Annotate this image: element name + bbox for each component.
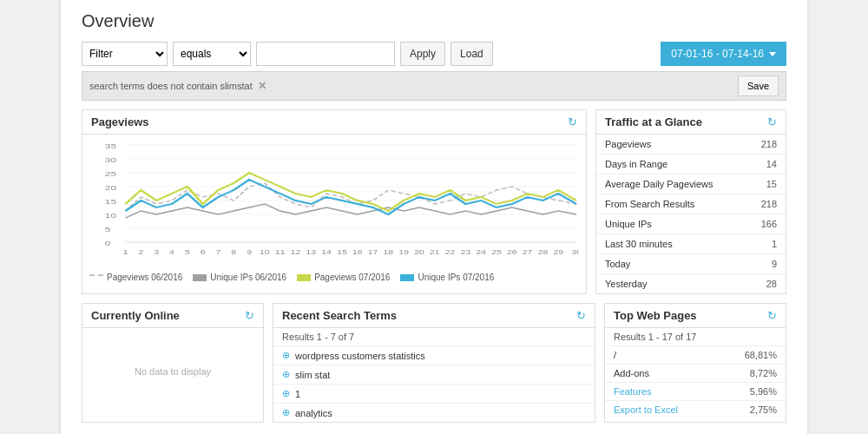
search-term-row: ⊕ slim stat bbox=[273, 365, 595, 385]
svg-text:5: 5 bbox=[185, 249, 190, 256]
legend-pv-07: Pageviews 07/2016 bbox=[297, 273, 390, 282]
svg-text:18: 18 bbox=[384, 249, 394, 256]
search-term-row: ⊕ analytics bbox=[273, 404, 595, 422]
search-refresh-icon[interactable]: ↻ bbox=[576, 309, 586, 322]
pageviews-chart: 35 30 25 20 15 10 5 0 bbox=[89, 141, 579, 263]
table-row: Days in Range 14 bbox=[596, 155, 786, 174]
table-row: Yesterday 28 bbox=[596, 274, 786, 294]
filter-tag-text: search terms does not contain slimstat bbox=[89, 81, 253, 91]
svg-text:4: 4 bbox=[169, 249, 174, 256]
webpage-row: Add-ons 8,72% bbox=[605, 365, 786, 383]
bottom-grid: Currently Online ↻ No data to display Re… bbox=[82, 303, 786, 423]
chart-area: 35 30 25 20 15 10 5 0 bbox=[82, 135, 586, 269]
close-icon[interactable]: ✕ bbox=[258, 80, 266, 92]
svg-text:8: 8 bbox=[231, 249, 236, 256]
apply-button[interactable]: Apply bbox=[400, 42, 445, 66]
traffic-label: From Search Results bbox=[596, 194, 746, 214]
refresh-icon[interactable]: ↻ bbox=[568, 115, 577, 128]
webpage-row: Features 5,96% bbox=[605, 383, 786, 401]
traffic-label: Days in Range bbox=[596, 155, 746, 174]
svg-text:10: 10 bbox=[105, 212, 117, 220]
date-range-button[interactable]: 07-01-16 - 07-14-16 bbox=[661, 42, 786, 66]
traffic-value: 166 bbox=[746, 214, 786, 234]
page-title: Overview bbox=[82, 11, 786, 31]
search-term-text: analytics bbox=[295, 408, 332, 418]
legend-swatch-ip07 bbox=[400, 274, 414, 281]
svg-text:25: 25 bbox=[105, 170, 117, 178]
traffic-value: 28 bbox=[746, 274, 786, 294]
currently-online-section: Currently Online ↻ No data to display bbox=[82, 303, 264, 423]
traffic-title: Traffic at a Glance bbox=[605, 115, 702, 128]
traffic-value: 218 bbox=[746, 135, 786, 155]
svg-text:7: 7 bbox=[216, 249, 221, 256]
legend-swatch-pv06 bbox=[89, 274, 103, 281]
table-row: Unique IPs 166 bbox=[596, 214, 786, 234]
traffic-section: Traffic at a Glance ↻ Pageviews 218 Days… bbox=[595, 109, 786, 294]
pages-results-info: Results 1 - 17 of 17 bbox=[605, 328, 786, 346]
svg-text:9: 9 bbox=[247, 249, 252, 256]
save-button[interactable]: Save bbox=[738, 76, 779, 96]
search-title: Recent Search Terms bbox=[282, 309, 397, 322]
svg-text:15: 15 bbox=[105, 198, 117, 206]
traffic-value: 218 bbox=[746, 194, 786, 214]
webpage-link[interactable]: Export to Excel bbox=[614, 404, 678, 415]
pageviews-header: Pageviews ↻ bbox=[82, 110, 586, 135]
main-grid: Pageviews ↻ 35 30 25 20 15 10 5 0 bbox=[82, 109, 786, 294]
filter-select[interactable]: Filter Search Term Browser OS bbox=[82, 42, 168, 66]
pages-refresh-icon[interactable]: ↻ bbox=[767, 309, 777, 322]
recent-search-section: Recent Search Terms ↻ Results 1 - 7 of 7… bbox=[273, 303, 595, 423]
svg-text:14: 14 bbox=[321, 249, 332, 256]
load-button[interactable]: Load bbox=[450, 42, 493, 66]
search-term-text: 1 bbox=[295, 389, 300, 399]
chart-legend: Pageviews 06/2016 Unique IPs 06/2016 Pag… bbox=[82, 269, 586, 287]
traffic-label: Pageviews bbox=[596, 135, 746, 155]
svg-text:12: 12 bbox=[291, 249, 301, 256]
svg-text:0: 0 bbox=[105, 240, 111, 247]
svg-text:22: 22 bbox=[445, 249, 456, 256]
svg-text:16: 16 bbox=[352, 249, 363, 256]
webpage-link[interactable]: Features bbox=[614, 386, 651, 397]
traffic-label: Unique IPs bbox=[596, 214, 746, 234]
legend-swatch-ip06 bbox=[193, 274, 207, 281]
search-header: Recent Search Terms ↻ bbox=[273, 304, 595, 328]
svg-text:30: 30 bbox=[105, 156, 117, 164]
webpage-row: / 68,81% bbox=[605, 346, 786, 365]
svg-text:17: 17 bbox=[368, 249, 378, 256]
chevron-down-icon bbox=[769, 52, 776, 56]
traffic-refresh-icon[interactable]: ↻ bbox=[767, 115, 777, 128]
svg-text:10: 10 bbox=[260, 249, 270, 256]
svg-text:1: 1 bbox=[123, 249, 128, 256]
svg-text:21: 21 bbox=[430, 249, 440, 256]
search-term-text: slim stat bbox=[295, 370, 330, 380]
svg-text:11: 11 bbox=[275, 249, 286, 256]
svg-text:15: 15 bbox=[337, 249, 347, 256]
pages-header: Top Web Pages ↻ bbox=[605, 304, 786, 328]
legend-ip-06: Unique IPs 06/2016 bbox=[193, 273, 286, 282]
search-term-icon: ⊕ bbox=[282, 388, 290, 399]
svg-text:30: 30 bbox=[571, 249, 579, 256]
top-pages-section: Top Web Pages ↻ Results 1 - 17 of 17 / 6… bbox=[604, 303, 786, 423]
svg-text:2: 2 bbox=[138, 249, 143, 256]
online-header: Currently Online ↻ bbox=[82, 304, 263, 328]
webpage-pct: 5,96% bbox=[750, 386, 777, 397]
online-refresh-icon[interactable]: ↻ bbox=[245, 309, 254, 322]
traffic-label: Yesterday bbox=[596, 274, 746, 294]
legend-pv-06: Pageviews 06/2016 bbox=[89, 273, 182, 282]
svg-text:13: 13 bbox=[306, 249, 317, 256]
svg-text:20: 20 bbox=[105, 184, 117, 192]
webpage-url: / bbox=[614, 350, 616, 360]
svg-text:24: 24 bbox=[476, 249, 486, 256]
pageviews-title: Pageviews bbox=[91, 115, 149, 128]
filter-input[interactable] bbox=[256, 42, 395, 66]
webpage-pct: 68,81% bbox=[745, 350, 777, 360]
search-results-info: Results 1 - 7 of 7 bbox=[273, 328, 595, 346]
webpage-url: Add-ons bbox=[614, 368, 649, 378]
equals-select[interactable]: equals contains starts with bbox=[173, 42, 251, 66]
table-row: Pageviews 218 bbox=[596, 135, 786, 155]
traffic-label: Average Daily Pageviews bbox=[596, 174, 746, 194]
table-row: Last 30 minutes 1 bbox=[596, 234, 786, 254]
traffic-table: Pageviews 218 Days in Range 14 Average D… bbox=[596, 135, 786, 293]
svg-text:25: 25 bbox=[491, 249, 502, 256]
svg-text:20: 20 bbox=[414, 249, 424, 256]
webpage-pct: 2,75% bbox=[750, 404, 777, 415]
